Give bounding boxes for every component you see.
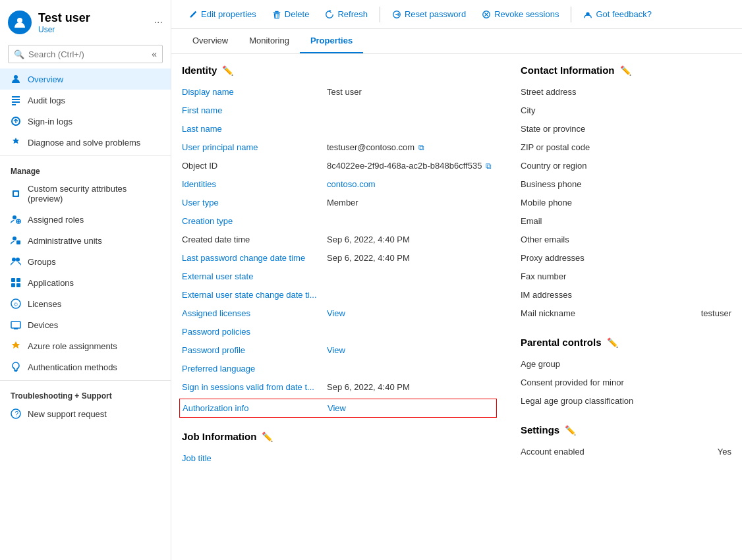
prop-label-identities: Identities (182, 179, 327, 189)
contact-label-biz-phone: Business phone (521, 179, 731, 189)
more-options-button[interactable]: ··· (154, 16, 163, 28)
identities-link[interactable]: contoso.com (327, 179, 376, 189)
sidebar-item-support[interactable]: ? New support request (0, 403, 171, 424)
search-input[interactable] (28, 49, 148, 59)
svg-rect-12 (16, 240, 20, 244)
tab-overview[interactable]: Overview (182, 29, 239, 53)
search-box[interactable]: 🔍 « (8, 45, 163, 63)
prop-label-creation-type: Creation type (182, 216, 327, 226)
authorization-info-link[interactable]: View (328, 403, 346, 413)
sidebar-item-applications-label: Applications (28, 278, 74, 288)
parental-controls-title: Parental controls (521, 337, 602, 348)
sidebar-item-custom-security[interactable]: Custom security attributes (preview) (0, 179, 171, 209)
sidebar-item-auth-methods[interactable]: Authentication methods (0, 356, 171, 378)
copy-upn-icon[interactable]: ⧉ (418, 143, 424, 152)
sidebar-item-licenses-label: Licenses (28, 299, 61, 309)
user-name: Test user (38, 11, 90, 25)
tab-properties[interactable]: Properties (300, 29, 363, 53)
prop-job-title: Job title (182, 450, 494, 468)
contact-label-im: IM addresses (521, 290, 731, 300)
toolbar-separator-1 (380, 7, 380, 22)
applications-icon (11, 277, 21, 288)
settings-section: Settings ✏️ Account enabled Yes (521, 424, 731, 462)
prop-last-name: Last name (182, 121, 494, 139)
sidebar-item-admin-units[interactable]: Administrative units (0, 230, 171, 251)
parental-label-age-group: Age group (521, 359, 731, 369)
edit-icon (188, 10, 198, 19)
pwd-profile-link[interactable]: View (327, 345, 345, 355)
svg-rect-15 (11, 278, 15, 282)
contact-mail-nickname: Mail nickname testuser (521, 305, 731, 323)
reset-password-icon (392, 10, 401, 19)
feedback-button[interactable]: Got feedback? (577, 5, 658, 23)
sidebar-item-groups[interactable]: Groups (0, 251, 171, 272)
prop-user-type: User type Member (182, 194, 494, 213)
prop-label-upn: User principal name (182, 142, 327, 152)
svg-point-13 (12, 258, 16, 262)
refresh-button[interactable]: Refresh (318, 5, 374, 23)
overview-icon (11, 74, 21, 84)
reset-password-button[interactable]: Reset password (385, 5, 472, 23)
job-info-edit-icon[interactable]: ✏️ (262, 432, 273, 442)
sidebar-item-devices-label: Devices (28, 320, 58, 330)
assigned-roles-icon (11, 214, 21, 225)
contact-edit-icon[interactable]: ✏️ (620, 65, 631, 76)
svg-rect-5 (12, 104, 16, 105)
contact-label-city: City (521, 105, 731, 115)
sidebar-item-azure-role[interactable]: Azure role assignments (0, 335, 171, 356)
sidebar-item-audit-logs-label: Audit logs (28, 96, 65, 105)
sidebar-item-audit-logs[interactable]: Audit logs (0, 90, 171, 111)
sidebar-item-diagnose-label: Diagnose and solve problems (28, 138, 140, 148)
parental-label-consent: Consent provided for minor (521, 378, 731, 387)
sidebar-item-sign-in-logs[interactable]: Sign-in logs (0, 111, 171, 132)
contact-fax: Fax number (521, 268, 731, 287)
delete-button[interactable]: Delete (266, 5, 316, 23)
edit-properties-button[interactable]: Edit properties (182, 5, 263, 23)
settings-title: Settings (521, 424, 559, 435)
main-content: Edit properties Delete Refresh Reset pas… (171, 0, 742, 560)
left-panel: Identity ✏️ Display name Test user First… (182, 65, 494, 549)
prop-label-preferred-lang: Preferred language (182, 364, 327, 374)
contact-state: State or province (521, 121, 731, 139)
collapse-icon[interactable]: « (152, 49, 157, 59)
troubleshoot-section-label: Troubleshooting + Support (0, 383, 171, 403)
sidebar-item-assigned-roles-label: Assigned roles (28, 215, 84, 225)
revoke-sessions-button[interactable]: Revoke sessions (475, 5, 565, 23)
tabs: Overview Monitoring Properties (171, 29, 742, 54)
sidebar-item-applications[interactable]: Applications (0, 272, 171, 293)
sidebar: Test user User ··· 🔍 « Overview (0, 0, 171, 560)
parental-controls-edit-icon[interactable]: ✏️ (607, 337, 618, 348)
sidebar-item-licenses[interactable]: © Licenses (0, 293, 171, 314)
parental-legal-age: Legal age group classification (521, 393, 731, 411)
contact-city: City (521, 102, 731, 121)
svg-rect-18 (16, 283, 20, 287)
assigned-licenses-link[interactable]: View (327, 308, 345, 318)
prop-label-job-title: Job title (182, 453, 327, 463)
prop-label-authorization-info: Authorization info (183, 403, 328, 413)
contact-im: IM addresses (521, 287, 731, 305)
prop-label-ext-user-state: External user state (182, 271, 327, 281)
sign-in-logs-icon (11, 116, 21, 126)
sidebar-item-support-label: New support request (28, 409, 107, 419)
sidebar-item-overview[interactable]: Overview (0, 69, 171, 90)
settings-edit-icon[interactable]: ✏️ (565, 425, 576, 435)
job-info-header: Job Information ✏️ (182, 431, 494, 442)
prop-label-created-date: Created date time (182, 235, 327, 244)
prop-label-pwd-policies: Password policies (182, 327, 327, 337)
job-info-section: Job Information ✏️ Job title (182, 431, 494, 468)
copy-object-id-icon[interactable]: ⧉ (486, 161, 492, 171)
tab-monitoring[interactable]: Monitoring (239, 29, 300, 53)
contact-label-email: Email (521, 216, 731, 226)
contact-mobile: Mobile phone (521, 194, 731, 213)
contact-proxy: Proxy addresses (521, 250, 731, 268)
sidebar-item-diagnose[interactable]: Diagnose and solve problems (0, 132, 171, 153)
svg-rect-23 (14, 370, 17, 372)
prop-pwd-policies: Password policies (182, 323, 494, 342)
sidebar-item-devices[interactable]: Devices (0, 314, 171, 335)
svg-point-11 (13, 237, 16, 240)
sidebar-item-assigned-roles[interactable]: Assigned roles (0, 209, 171, 230)
licenses-icon: © (11, 298, 21, 309)
job-info-title: Job Information (182, 431, 256, 442)
identity-edit-icon[interactable]: ✏️ (222, 65, 233, 76)
prop-value-display-name: Test user (327, 87, 494, 97)
